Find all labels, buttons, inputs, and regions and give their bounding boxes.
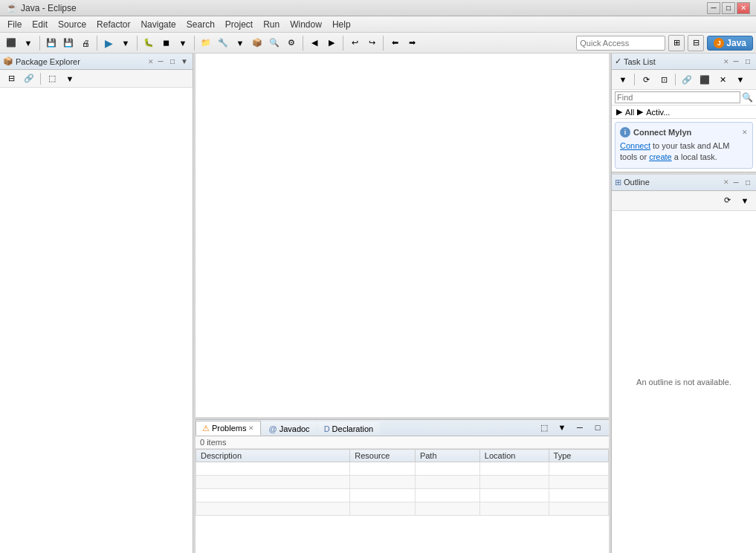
outline-maximize[interactable]: □ [743,177,753,187]
window-title: ☕ Java - Eclipse [6,2,77,13]
task-new-btn[interactable]: ▼ [615,71,631,88]
task-list-controls: ✕ ─ □ [723,56,753,67]
task-list-minimize[interactable]: ─ [731,56,741,67]
task-sync-btn[interactable]: ⟳ [638,71,654,88]
toolbar-group-4: 🐛 ◼ ▼ [140,35,191,51]
perspective-btn-2[interactable]: ⊟ [688,35,704,51]
redo-button[interactable]: ↪ [364,35,380,51]
toolbar-btn-5b[interactable]: 🔧 [215,35,231,51]
outline-minimize[interactable]: ─ [731,177,741,187]
new-button[interactable]: ⬛ [3,35,19,51]
package-explorer-maximize[interactable]: □ [167,56,178,67]
task-search-input[interactable] [615,91,740,103]
package-explorer-menu[interactable]: ▼ [179,56,190,67]
tab-problems[interactable]: ⚠ Problems ✕ [196,421,261,436]
restore-button[interactable]: □ [722,2,735,14]
bottom-toolbar-btn1[interactable]: ⬚ [536,419,552,436]
tab-declaration[interactable]: D Declaration [317,421,381,436]
perspective-btn-1[interactable]: ⊞ [668,35,685,51]
menu-refactor[interactable]: Refactor [92,18,135,31]
toolbar-sep-5 [303,36,303,51]
minimize-button[interactable]: ─ [707,2,720,14]
debug-button[interactable]: 🐛 [140,35,157,51]
task-menu-btn[interactable]: ▼ [732,71,749,88]
col-location[interactable]: Location [479,450,549,462]
editor-area[interactable] [196,54,609,417]
toolbar-dropdown-4[interactable]: ▼ [175,35,191,51]
package-explorer-minimize[interactable]: ─ [155,56,166,67]
close-button[interactable]: ✕ [737,2,750,14]
menu-source[interactable]: Source [54,18,91,31]
java-icon: J [714,38,724,48]
menu-search[interactable]: Search [182,18,219,31]
connect-mylyn-title: i Connect Mylyn [620,127,691,138]
toolbar-btn-4b[interactable]: ◼ [158,35,174,51]
bottom-maximize-btn[interactable]: □ [589,419,606,436]
package-explorer-header: 📦 Package Explorer ✕ ─ □ ▼ [0,54,193,70]
task-filter-btn[interactable]: ⊡ [656,71,672,88]
col-resource[interactable]: Resource [350,450,416,462]
tab-javadoc[interactable]: @ Javadoc [262,421,316,436]
col-description[interactable]: Description [196,450,350,462]
menu-run[interactable]: Run [259,18,284,31]
menu-file[interactable]: File [3,18,26,31]
outline-sync-btn[interactable]: ⟳ [719,193,735,209]
menu-edit[interactable]: Edit [28,18,52,31]
connect-link[interactable]: Connect [620,141,650,150]
connect-mylyn-close[interactable]: ✕ [742,129,748,136]
outline-content: An outline is not available. [612,211,756,553]
toolbar-btn-5d[interactable]: 🔍 [266,35,282,51]
task-link-btn[interactable]: 🔗 [679,71,695,88]
toolbar-btn-5e[interactable]: ⚙ [283,35,300,51]
task-mark-btn[interactable]: ⬛ [697,71,713,88]
task-list-maximize[interactable]: □ [743,56,753,67]
back-button[interactable]: ⬅ [387,35,403,51]
connect-mylyn-panel: i Connect Mylyn ✕ Connect to your task a… [615,122,753,169]
undo-button[interactable]: ↩ [346,35,363,51]
toolbar-dropdown-5[interactable]: ▼ [232,35,248,51]
task-list-close[interactable]: ✕ [723,58,729,65]
bottom-panel: ⚠ Problems ✕ @ Javadoc D Declaration ⬚ ▼… [196,419,609,553]
run-dropdown[interactable]: ▼ [117,35,134,51]
task-list-header: ✓ Task List ✕ ─ □ [612,54,756,70]
toolbar: ⬛ ▼ 💾 💾 🖨 ▶ ▼ 🐛 ◼ ▼ 📁 🔧 ▼ 📦 🔍 ⚙ ◀ ▶ ↩ ↪ … [0,33,756,54]
pkg-view-menu-btn[interactable]: ⬚ [44,71,60,87]
menu-navigate[interactable]: Navigate [136,18,180,31]
col-path[interactable]: Path [415,450,479,462]
quick-access-input[interactable] [576,36,665,51]
toolbar-group-5: 📁 🔧 ▼ 📦 🔍 ⚙ [198,35,300,51]
bottom-minimize-btn[interactable]: ─ [572,419,588,436]
all-filter[interactable]: All [625,108,634,117]
save-all-button[interactable]: 💾 [60,35,77,51]
activ-filter[interactable]: Activ... [646,108,670,117]
bottom-toolbar-dropdown[interactable]: ▼ [554,419,570,436]
toolbar-btn-5a[interactable]: 📁 [198,35,214,51]
java-perspective-button[interactable]: J Java [707,36,753,51]
task-search-icon: 🔍 [742,92,753,103]
menu-project[interactable]: Project [221,18,257,31]
task-clear-btn[interactable]: ✕ [714,71,731,88]
save-button[interactable]: 💾 [43,35,59,51]
next-button[interactable]: ▶ [323,35,340,51]
package-explorer-content [0,88,193,553]
package-explorer-close[interactable]: ✕ [148,58,154,65]
print-button[interactable]: 🖨 [77,35,94,51]
toolbar-btn-5c[interactable]: 📦 [249,35,265,51]
menu-window[interactable]: Window [285,18,326,31]
forward-button[interactable]: ➡ [404,35,420,51]
outline-close[interactable]: ✕ [723,178,729,186]
run-button[interactable]: ▶ [100,35,117,51]
prev-button[interactable]: ◀ [306,35,323,51]
col-type[interactable]: Type [549,450,608,462]
pkg-toolbar-dropdown[interactable]: ▼ [62,71,78,87]
toolbar-dropdown-1[interactable]: ▼ [20,35,36,51]
problems-tab-close[interactable]: ✕ [248,424,254,432]
menu-help[interactable]: Help [328,18,355,31]
collapse-all-btn[interactable]: ⊟ [3,71,19,87]
link-editor-btn[interactable]: 🔗 [21,71,37,87]
outline-menu-btn[interactable]: ▼ [737,193,753,209]
create-link[interactable]: create [649,152,672,161]
toolbar-group-nav: ⬅ ➡ [387,35,420,51]
problems-icon: ⚠ [202,424,210,433]
outline-controls: ✕ ─ □ [723,177,753,187]
